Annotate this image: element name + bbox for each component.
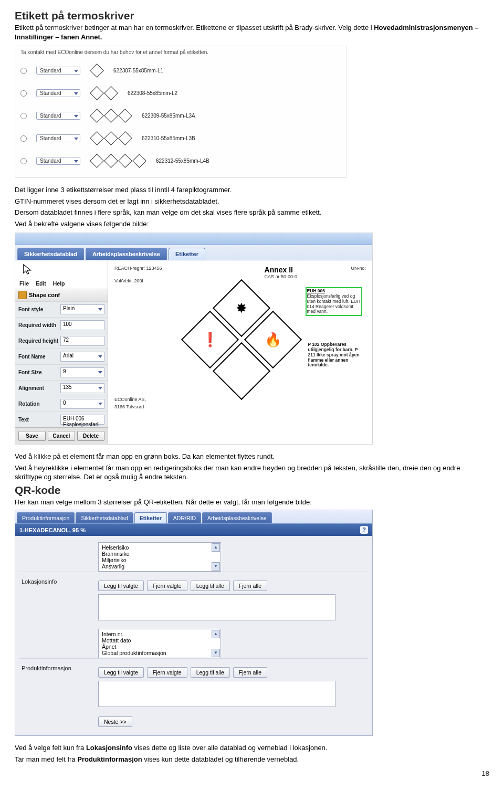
next-button[interactable]: Neste >> (98, 716, 132, 727)
scroll-down-icon[interactable]: ▼ (212, 649, 220, 657)
target-list-produkt[interactable] (98, 681, 335, 707)
tab-sikkerhetsdatablad[interactable]: Sikkerhetsdatablad (17, 248, 84, 260)
diamond-icon (104, 154, 118, 168)
list-item[interactable]: Åpnet (102, 644, 217, 650)
qr-config-window: Produktinformasjon Sikkerhetsdatablad Et… (15, 510, 373, 736)
intro-text-1: Etikett på termoskriver betinger at man … (15, 24, 374, 31)
menu-edit[interactable]: Edit (36, 280, 46, 287)
qr-tabs: Produktinformasjon Sikkerhetsdatablad Et… (15, 510, 372, 524)
input-rotation[interactable]: 0 (60, 399, 104, 409)
input-req-width[interactable]: 100 (60, 320, 104, 330)
input-text[interactable]: EUH 006 Eksplosjonsfarli (60, 415, 104, 425)
heading-qr-kode: QR-kode (15, 484, 489, 497)
vol-text: Vol/Vekt: 200l (114, 278, 162, 283)
tab-arbeidsplassbeskrivelse[interactable]: Arbeidsplassbeskrivelse (86, 248, 167, 260)
label-editor-window: Sikkerhetsdatablad Arbeidsplassbeskrivel… (15, 233, 373, 445)
listbox-product-fields[interactable]: Intern nr. Mottatt dato Åpnet Global pro… (98, 629, 221, 658)
dropdown-standard-2[interactable]: Standard (36, 89, 80, 97)
input-req-height[interactable]: 72 (60, 336, 104, 346)
diamond-icon (104, 86, 118, 100)
btn-legg-til-alle-2[interactable]: Legg til alle (191, 667, 230, 678)
format-code-3: 622309-55x85mm-L3A (142, 113, 195, 119)
format-row-2: Standard 622308-55x85mm-L2 (20, 82, 341, 104)
exclamation-icon: ❗ (202, 332, 218, 348)
lbl-alignment: Alignment (18, 385, 60, 391)
diamond-icon (90, 131, 104, 145)
btn-fjern-alle-1[interactable]: Fjern alle (233, 581, 267, 591)
list-item[interactable]: Brannrisiko (102, 551, 217, 557)
listbox-risk-fields[interactable]: Helserisiko Brannrisiko Miljørisiko Ansv… (98, 542, 221, 572)
reach-text: REACH-regnr: 123456 (114, 266, 162, 271)
btn-legg-til-valgte-2[interactable]: Legg til valgte (98, 667, 144, 678)
format-code-4: 622310-55x85mm-L3B (142, 135, 195, 141)
shape-conf-title: Shape conf (15, 289, 108, 301)
dropdown-standard-3[interactable]: Standard (36, 112, 80, 120)
list-item[interactable]: Global produktinformasjon (102, 650, 217, 656)
btn-legg-til-alle-1[interactable]: Legg til alle (191, 581, 230, 591)
input-alignment[interactable]: 135 (60, 383, 104, 393)
list-item[interactable]: Mottatt dato (102, 637, 217, 644)
menu-help[interactable]: Help (53, 280, 65, 287)
diamond-icon (90, 154, 104, 168)
dropdown-standard-1[interactable]: Standard (36, 67, 80, 75)
save-button[interactable]: Save (18, 431, 46, 441)
radio-5[interactable] (20, 158, 27, 164)
cancel-button[interactable]: Cancel (48, 431, 75, 441)
tab-sikkerhetsdatablad-2[interactable]: Sikkerhetsdatablad (76, 512, 133, 523)
format-row-1: Standard 622307-55x85mm-L1 (20, 59, 341, 82)
tab-etiketter-2[interactable]: Etiketter (134, 512, 167, 523)
scroll-down-icon[interactable]: ▼ (212, 562, 220, 571)
body-text: Her kan man velge mellom 3 størrelser på… (15, 498, 489, 507)
lbl-font-size: Font Size (18, 370, 60, 375)
menu-file[interactable]: File (19, 280, 29, 287)
lbl-req-width: Required width (18, 322, 60, 328)
product-title: 1-HEXADECANOL, 95 % (19, 527, 86, 533)
panel-hint-text: Ta kontakt med ECOonline dersom du har b… (20, 49, 341, 55)
list-item[interactable]: Ansvarlig (102, 563, 217, 570)
flame-icon: 🔥 (265, 332, 281, 348)
dropdown-standard-5[interactable]: Standard (36, 157, 80, 165)
btn-legg-til-valgte-1[interactable]: Legg til valgte (98, 581, 144, 591)
selected-text-box[interactable]: EUH 006 Eksplosjonsfarlig ved og uten ko… (306, 288, 362, 315)
btn-fjern-valgte-2[interactable]: Fjern valgte (147, 667, 187, 678)
label-produktinformasjon: Produktinformasjon (22, 664, 90, 671)
diamond-icon (90, 109, 104, 123)
cas-text: CAS nr:50-00-0 (265, 274, 351, 279)
radio-3[interactable] (20, 113, 27, 119)
body-text: Det ligger inne 3 etikettstørrelser med … (15, 185, 489, 195)
explosion-icon: ✸ (236, 300, 247, 317)
radio-4[interactable] (20, 135, 27, 142)
editor-menu: File Edit Help (15, 278, 108, 289)
list-item[interactable]: Helserisiko (102, 544, 217, 551)
body-text: Ved å velge felt kun fra Lokasjonsinfo v… (15, 743, 489, 753)
btn-fjern-alle-2[interactable]: Fjern alle (233, 667, 267, 678)
window-titlebar (15, 233, 372, 245)
cursor-icon (23, 263, 32, 275)
help-icon[interactable]: ? (360, 526, 368, 534)
lbl-font-name: Font Name (18, 354, 60, 360)
tab-arbeidsplassbeskrivelse-2[interactable]: Arbeidsplassbeskrivelse (202, 512, 272, 523)
radio-2[interactable] (20, 90, 27, 97)
shape-conf-sidebar: File Edit Help Shape conf Font stylePlai… (15, 260, 108, 444)
label-canvas[interactable]: REACH-regnr: 123456 Vol/Vekt: 200l Annex… (108, 260, 372, 444)
dropdown-standard-4[interactable]: Standard (36, 134, 80, 142)
scroll-up-icon[interactable]: ▲ (212, 543, 220, 552)
product-title-bar: 1-HEXADECANOL, 95 % ? (15, 524, 372, 536)
target-list-lokasjon[interactable] (98, 594, 335, 620)
tab-produktinformasjon[interactable]: Produktinformasjon (17, 512, 75, 523)
tab-adr-rid[interactable]: ADR/RID (168, 512, 201, 523)
radio-1[interactable] (20, 68, 27, 74)
input-font-name[interactable]: Arial (60, 352, 104, 362)
list-item[interactable]: Miljørisiko (102, 557, 217, 563)
diamond-icon (118, 109, 132, 123)
tab-etiketter[interactable]: Etiketter (169, 248, 205, 260)
delete-button[interactable]: Delete (77, 431, 104, 441)
pictogram-cluster[interactable]: ✸ ❗ 🔥 EUH 006 Eksplosjonsfarlig ved og u… (170, 284, 311, 395)
input-font-size[interactable]: 9 (60, 367, 104, 377)
diamond-icon (132, 154, 146, 168)
list-item[interactable]: Intern nr. (102, 631, 217, 637)
label-lokasjonsinfo: Lokasjonsinfo (22, 577, 90, 585)
input-font-style[interactable]: Plain (60, 304, 104, 314)
btn-fjern-valgte-1[interactable]: Fjern valgte (147, 581, 187, 591)
scroll-up-icon[interactable]: ▲ (212, 630, 220, 638)
